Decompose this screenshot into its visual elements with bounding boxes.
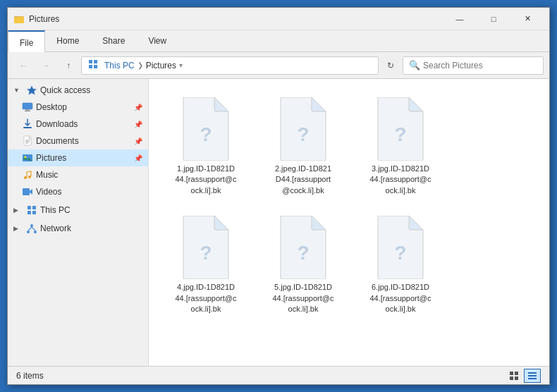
maximize-button[interactable]: □ bbox=[477, 8, 510, 30]
file-name: 5.jpg.ID-1D821D44.[rassupport@cock.li].b… bbox=[273, 282, 334, 314]
address-bar: ← → ↑ This PC ❯ Pictures ▾ ↻ 🔍 bbox=[8, 52, 549, 79]
search-icon: 🔍 bbox=[409, 60, 420, 71]
file-icon: ? bbox=[372, 216, 429, 279]
svg-line-29 bbox=[28, 227, 32, 231]
svg-rect-23 bbox=[32, 206, 36, 209]
pin-icon: 📌 bbox=[134, 137, 142, 145]
svg-rect-22 bbox=[27, 206, 31, 209]
view-list-button[interactable] bbox=[524, 369, 541, 383]
network-icon bbox=[26, 223, 37, 234]
ribbon-tabs: File Home Share View bbox=[8, 30, 549, 51]
desktop-icon bbox=[22, 102, 33, 113]
ribbon: File Home Share View bbox=[8, 30, 549, 52]
svg-rect-4 bbox=[94, 60, 97, 63]
sidebar-item-music[interactable]: Music bbox=[8, 166, 148, 183]
svg-rect-5 bbox=[89, 65, 92, 68]
file-explorer-window: Pictures — □ ✕ File Home Share View ← → … bbox=[7, 7, 550, 385]
svg-line-30 bbox=[32, 227, 35, 231]
file-name: 2.jpeg.ID-1D821D44.[rassupport@cock.li].… bbox=[275, 164, 331, 196]
svg-rect-41 bbox=[528, 372, 537, 374]
computer-icon bbox=[26, 204, 37, 216]
sidebar-label-this-pc: This PC bbox=[40, 205, 142, 215]
back-button[interactable]: ← bbox=[13, 56, 33, 75]
pictures-icon bbox=[22, 152, 33, 164]
star-icon bbox=[26, 85, 37, 96]
file-icon: ? bbox=[372, 97, 429, 161]
sidebar-label-downloads: Downloads bbox=[36, 119, 130, 129]
forward-button[interactable]: → bbox=[36, 56, 56, 75]
sidebar-item-quick-access[interactable]: ▼ Quick access bbox=[8, 82, 148, 99]
minimize-button[interactable]: — bbox=[443, 8, 476, 30]
sidebar-label-documents: Documents bbox=[36, 136, 130, 146]
file-item-file5[interactable]: ? 5.jpg.ID-1D821D44.[rassupport@cock.li]… bbox=[257, 209, 349, 321]
svg-rect-3 bbox=[89, 60, 92, 63]
file-item-file4[interactable]: ? 4.jpg.ID-1D821D44.[rassupport@cock.li]… bbox=[160, 209, 252, 321]
file-item-file6[interactable]: ? 6.jpg.ID-1D821D44.[rassupport@cock.li]… bbox=[355, 209, 446, 321]
svg-point-28 bbox=[34, 231, 37, 233]
file-name: 4.jpg.ID-1D821D44.[rassupport@cock.li].b… bbox=[176, 282, 237, 314]
breadcrumb: This PC ❯ Pictures ▾ bbox=[87, 59, 183, 72]
pin-icon: 📌 bbox=[134, 104, 142, 111]
file-item-file1[interactable]: ? 1.jpg.ID-1D821D44.[rassupport@cock.li]… bbox=[160, 90, 252, 203]
svg-rect-37 bbox=[510, 372, 513, 375]
music-icon bbox=[22, 169, 33, 180]
main-content: ▼ Quick access Desktop 📌 bbox=[8, 79, 549, 366]
sidebar-label-music: Music bbox=[36, 170, 142, 180]
sidebar-item-downloads[interactable]: Downloads 📌 bbox=[8, 116, 148, 133]
file-icon: ? bbox=[275, 216, 331, 279]
search-box: 🔍 bbox=[403, 56, 544, 75]
file-item-file3[interactable]: ? 3.jpg.ID-1D821D44.[rassupport@cock.li]… bbox=[355, 90, 446, 203]
up-button[interactable]: ↑ bbox=[59, 56, 78, 75]
sidebar-label-network: Network bbox=[40, 223, 142, 233]
file-area: ? 1.jpg.ID-1D821D44.[rassupport@cock.li]… bbox=[149, 79, 549, 366]
view-grid-button[interactable] bbox=[506, 369, 522, 383]
sidebar-item-documents[interactable]: Documents 📌 bbox=[8, 133, 148, 149]
pin-icon: 📌 bbox=[134, 121, 142, 128]
chevron-down-icon: ▾ bbox=[179, 61, 183, 69]
svg-rect-42 bbox=[528, 375, 537, 376]
svg-point-26 bbox=[30, 224, 33, 227]
svg-rect-2 bbox=[14, 16, 18, 18]
downloads-icon bbox=[22, 118, 33, 130]
sidebar-section-quick-access: ▼ Quick access Desktop 📌 bbox=[8, 82, 148, 200]
tab-share[interactable]: Share bbox=[91, 30, 137, 51]
svg-text:?: ? bbox=[200, 123, 212, 145]
file-name: 3.jpg.ID-1D821D44.[rassupport@cock.li].b… bbox=[370, 164, 431, 196]
window-title: Pictures bbox=[29, 14, 443, 24]
svg-text:?: ? bbox=[394, 123, 406, 145]
svg-rect-11 bbox=[25, 111, 30, 111]
svg-rect-8 bbox=[23, 103, 32, 109]
sidebar-item-this-pc[interactable]: ▶ This PC bbox=[8, 202, 148, 219]
chevron-right-icon: ▶ bbox=[13, 225, 23, 232]
svg-marker-7 bbox=[27, 86, 37, 94]
crumb-pictures[interactable]: Pictures bbox=[146, 61, 176, 71]
svg-rect-12 bbox=[23, 127, 32, 128]
tab-view[interactable]: View bbox=[137, 30, 178, 51]
svg-point-27 bbox=[27, 231, 30, 233]
tab-home[interactable]: Home bbox=[45, 30, 91, 51]
sidebar-section-network: ▶ Network bbox=[8, 220, 148, 237]
chevron-down-icon: ▼ bbox=[13, 87, 23, 94]
sidebar-item-network[interactable]: ▶ Network bbox=[8, 220, 148, 237]
file-name: 1.jpg.ID-1D821D44.[rassupport@cock.li].b… bbox=[176, 164, 237, 196]
sidebar-item-videos[interactable]: Videos bbox=[8, 183, 148, 200]
file-name: 6.jpg.ID-1D821D44.[rassupport@cock.li].b… bbox=[370, 282, 431, 314]
tab-file[interactable]: File bbox=[8, 30, 45, 52]
file-item-file2[interactable]: ? 2.jpeg.ID-1D821D44.[rassupport@cock.li… bbox=[257, 90, 349, 203]
sidebar-item-desktop[interactable]: Desktop 📌 bbox=[8, 99, 148, 116]
close-button[interactable]: ✕ bbox=[511, 8, 544, 30]
item-count: 6 items bbox=[16, 371, 44, 381]
crumb-thispc[interactable]: This PC bbox=[104, 61, 135, 71]
svg-rect-21 bbox=[23, 188, 30, 195]
svg-rect-25 bbox=[32, 211, 36, 214]
documents-icon bbox=[22, 135, 33, 147]
refresh-button[interactable]: ↻ bbox=[381, 56, 400, 75]
svg-rect-40 bbox=[515, 376, 518, 380]
search-input[interactable] bbox=[423, 61, 537, 71]
svg-rect-38 bbox=[515, 372, 518, 375]
file-icon: ? bbox=[178, 216, 234, 279]
file-grid: ? 1.jpg.ID-1D821D44.[rassupport@cock.li]… bbox=[154, 85, 544, 327]
file-icon: ? bbox=[178, 97, 234, 161]
sidebar-item-pictures[interactable]: Pictures 📌 bbox=[8, 149, 148, 166]
address-path[interactable]: This PC ❯ Pictures ▾ bbox=[81, 56, 379, 75]
